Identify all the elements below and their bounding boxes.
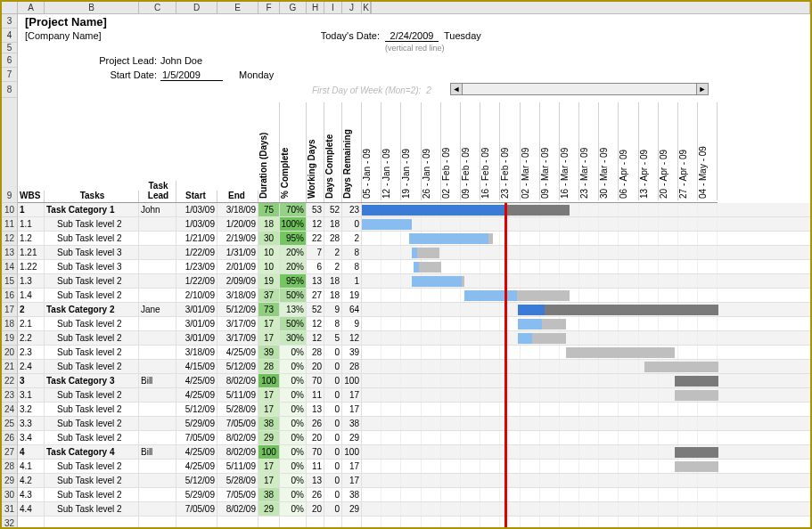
cell-wbs[interactable]: 2.2 — [18, 331, 45, 346]
week-header[interactable]: 16 - Feb - 09 — [480, 102, 500, 200]
cell-start[interactable]: 3/18/09 — [176, 346, 217, 360]
cell-task[interactable]: Sub Task level 2 — [45, 331, 139, 346]
cell-days-remaining[interactable]: 0 — [342, 217, 362, 232]
row-number[interactable]: 13 — [2, 246, 18, 260]
cell-working-days[interactable]: 13 — [307, 403, 324, 417]
row-number[interactable]: 7 — [2, 68, 18, 82]
cell-days-complete[interactable]: 0 — [324, 460, 342, 474]
cell-lead[interactable] — [139, 488, 176, 502]
cell-days-remaining[interactable]: 9 — [342, 317, 362, 331]
row-number[interactable]: 14 — [2, 260, 18, 274]
row-number[interactable]: 9 — [2, 98, 18, 203]
week-header[interactable]: 23 - Feb - 09 — [500, 102, 520, 200]
scroll-track[interactable] — [463, 83, 696, 95]
cell-start[interactable]: 4/25/09 — [176, 374, 217, 388]
cell-working-days[interactable]: 20 — [307, 431, 324, 445]
cell-pct[interactable]: 0% — [280, 445, 307, 460]
cell-end[interactable]: 3/18/09 — [217, 289, 258, 303]
row-number[interactable]: 5 — [2, 43, 18, 53]
cell-end[interactable]: 4/25/09 — [217, 346, 258, 360]
cell-task[interactable] — [45, 517, 139, 529]
cell-lead[interactable] — [139, 346, 176, 360]
cell-working-days[interactable]: 53 — [307, 203, 324, 217]
cell-working-days[interactable]: 20 — [307, 360, 324, 374]
cell-pct[interactable]: 0% — [280, 460, 307, 474]
cell-lead[interactable]: Bill — [139, 445, 176, 460]
hdr-days-complete[interactable]: Days Complete — [324, 102, 342, 202]
cell-pct[interactable]: 0% — [280, 346, 307, 360]
cell-working-days[interactable]: 52 — [307, 303, 324, 317]
cell-duration[interactable]: 17 — [258, 317, 280, 331]
cell-wbs[interactable]: 2.4 — [18, 360, 45, 374]
cell-pct[interactable]: 30% — [280, 331, 307, 346]
cell-days-remaining[interactable] — [342, 517, 362, 529]
cell-wbs[interactable]: 1.2 — [18, 232, 45, 246]
cell-wbs[interactable]: 1 — [18, 203, 45, 217]
cell-wbs[interactable]: 4.2 — [18, 474, 45, 488]
cell-start[interactable]: 2/10/09 — [176, 289, 217, 303]
cell-end[interactable]: 8/02/09 — [217, 445, 258, 460]
project-lead-value[interactable]: John Doe — [160, 55, 202, 66]
week-header[interactable]: 23 - Mar - 09 — [579, 102, 599, 200]
week-header[interactable]: 13 - Apr - 09 — [639, 102, 659, 200]
cell-end[interactable]: 5/28/09 — [217, 403, 258, 417]
cell-pct[interactable]: 0% — [280, 431, 307, 445]
gantt-scroller[interactable]: ◄ ► — [450, 83, 709, 95]
cell-lead[interactable] — [139, 517, 176, 529]
cell-lead[interactable] — [139, 474, 176, 488]
cell-working-days[interactable]: 7 — [307, 246, 324, 260]
cell-task[interactable]: Sub Task level 2 — [45, 360, 139, 374]
hdr-lead[interactable]: Task Lead — [139, 181, 176, 202]
cell-start[interactable]: 7/05/09 — [176, 431, 217, 445]
cell-wbs[interactable]: 1.4 — [18, 289, 45, 303]
cell-days-complete[interactable]: 0 — [324, 374, 342, 388]
cell-lead[interactable]: Jane — [139, 303, 176, 317]
cell-days-remaining[interactable]: 39 — [342, 346, 362, 360]
cell-working-days[interactable]: 12 — [307, 331, 324, 346]
cell-end[interactable]: 8/02/09 — [217, 502, 258, 517]
row-number[interactable]: 20 — [2, 346, 18, 360]
cell-task[interactable]: Sub Task level 2 — [45, 488, 139, 502]
row-number[interactable]: 8 — [2, 82, 18, 98]
cell-duration[interactable]: 17 — [258, 331, 280, 346]
cell-pct[interactable]: 20% — [280, 260, 307, 274]
cell-wbs[interactable]: 2.1 — [18, 317, 45, 331]
hdr-working-days[interactable]: Working Days — [307, 102, 324, 202]
cell-wbs[interactable]: 3 — [18, 374, 45, 388]
cell-start[interactable]: 5/29/09 — [176, 488, 217, 502]
cell-end[interactable]: 5/11/09 — [217, 460, 258, 474]
cell-task[interactable]: Task Category 2 — [45, 303, 139, 317]
cell-task[interactable]: Sub Task level 2 — [45, 474, 139, 488]
cell-lead[interactable] — [139, 289, 176, 303]
cell-pct[interactable] — [280, 517, 307, 529]
cell-days-complete[interactable]: 0 — [324, 417, 342, 431]
col-letter[interactable]: C — [139, 2, 176, 13]
row-number[interactable]: 28 — [2, 460, 18, 474]
cell-days-complete[interactable]: 2 — [324, 260, 342, 274]
cell-start[interactable]: 1/23/09 — [176, 260, 217, 274]
cell-end[interactable]: 5/11/09 — [217, 388, 258, 403]
cell-end[interactable] — [217, 517, 258, 529]
cell-days-remaining[interactable]: 23 — [342, 203, 362, 217]
cell-end[interactable]: 7/05/09 — [217, 417, 258, 431]
cell-working-days[interactable]: 28 — [307, 346, 324, 360]
row-number[interactable]: 25 — [2, 417, 18, 431]
cell-end[interactable]: 3/18/09 — [217, 203, 258, 217]
row-number[interactable]: 19 — [2, 331, 18, 346]
row-number[interactable]: 3 — [2, 14, 18, 28]
cell-pct[interactable]: 13% — [280, 303, 307, 317]
cell-working-days[interactable]: 26 — [307, 417, 324, 431]
week-header[interactable]: 19 - Jan - 09 — [401, 102, 421, 200]
cell-days-remaining[interactable]: 100 — [342, 374, 362, 388]
cell-task[interactable]: Task Category 1 — [45, 203, 139, 217]
cell-duration[interactable]: 10 — [258, 246, 280, 260]
row-number[interactable]: 15 — [2, 274, 18, 289]
cell-days-remaining[interactable]: 29 — [342, 502, 362, 517]
firstday-value[interactable]: 2 — [426, 85, 431, 95]
cell-duration[interactable]: 75 — [258, 203, 280, 217]
cell-start[interactable]: 5/12/09 — [176, 474, 217, 488]
cell-days-complete[interactable]: 52 — [324, 203, 342, 217]
cell-days-complete[interactable]: 18 — [324, 274, 342, 289]
week-header[interactable]: 06 - Apr - 09 — [619, 102, 638, 200]
cell-days-remaining[interactable]: 64 — [342, 303, 362, 317]
